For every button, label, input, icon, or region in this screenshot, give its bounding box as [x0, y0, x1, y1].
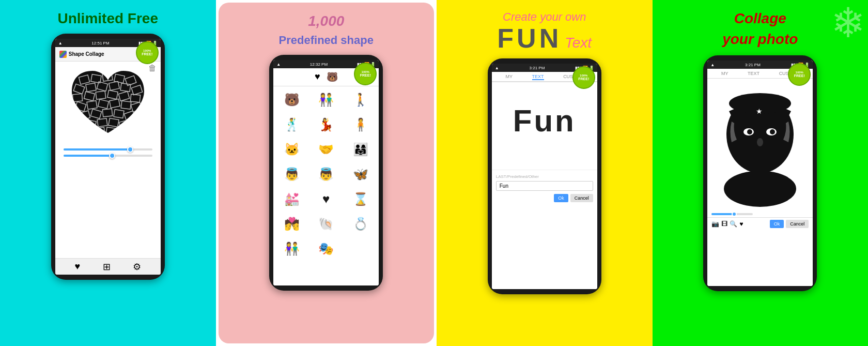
film-icon-4[interactable]: 🎞: [721, 220, 727, 228]
slider-container-4: [707, 211, 813, 217]
slider-1-fill: [64, 148, 130, 151]
panel-3-create-label: Create your own: [503, 10, 586, 24]
btn-row-3: Ok Cancel: [496, 194, 593, 202]
slider-1[interactable]: [64, 148, 152, 151]
free-badge-4: 100% FREE!: [788, 63, 811, 86]
panel-4-title: Collage: [722, 10, 798, 27]
svg-point-44: [770, 129, 775, 134]
free-badge-2: 100% FREE!: [354, 63, 377, 85]
che-silhouette-container: ★: [707, 79, 813, 211]
shape-angel1[interactable]: 👼: [275, 163, 308, 186]
shape-theater[interactable]: 🎭: [310, 237, 343, 260]
panel-unlimited-free: Unlimited Free 100% FREE! ▲ 12:51 PM ▮▮▮…: [0, 0, 216, 346]
phone-screen-2: ▲ 12:32 PM ▮▮▮ 📶 🔋 ♥ 🐻 🐻 👫 🚶 🕺 💃 🧍: [273, 60, 379, 285]
tab-heart-icon[interactable]: ♥: [315, 71, 320, 83]
panel-predefined: 1,000 Predefined shape 100% FREE! ▲ 12:3…: [219, 3, 435, 343]
phone-screen-4: ▲ 3:21 PM ▮▮▮ 📶 🔋 MY TEXT CUSTOM: [707, 61, 813, 286]
fun-display-text: Fun: [492, 82, 597, 149]
grid-tool-icon[interactable]: ⊞: [103, 261, 111, 273]
cancel-button-4[interactable]: Cancel: [786, 220, 809, 228]
slider-4-fill: [711, 213, 734, 215]
panel-2-subtitle: Predefined shape: [279, 34, 374, 47]
svg-text:★: ★: [756, 107, 763, 115]
panel-3-header: Create your own FUN Text: [497, 10, 592, 52]
shape-cat[interactable]: 🐱: [275, 138, 308, 161]
bottom-bar-1: ♥ ⊞ ⚙: [55, 258, 161, 275]
settings-icon[interactable]: ⚙: [133, 261, 141, 273]
heart-collage-svg: [67, 66, 149, 143]
tab-text-4[interactable]: TEXT: [748, 71, 760, 76]
shape-angel2[interactable]: 👼: [310, 163, 343, 186]
shape-ring[interactable]: 💍: [345, 213, 377, 235]
shape-fly[interactable]: 🦋: [345, 163, 377, 186]
text-input-area: LAST/Predefined/Other Fun Ok Cancel: [492, 170, 597, 206]
phone-screen-1: ▲ 12:51 PM ▮▮▮ 📶 🔋 Shape Collage 💾 ◁ 🗑: [55, 39, 161, 275]
camera-icon-4[interactable]: 📷: [711, 220, 719, 228]
btn-row-4: Ok Cancel: [770, 220, 809, 228]
shape-heart2[interactable]: ♥: [310, 188, 343, 210]
svg-point-38: [724, 171, 796, 207]
shape-person[interactable]: 🚶: [345, 88, 377, 111]
free-badge-3: 100% FREE!: [572, 66, 595, 89]
shape-figures[interactable]: 🕺: [275, 113, 308, 136]
svg-rect-29: [85, 119, 96, 128]
slider-2-fill: [64, 155, 113, 157]
panel-1-title: Unlimited Free: [58, 10, 158, 27]
shape-kiss[interactable]: 💏: [275, 213, 308, 235]
tab-my-4[interactable]: MY: [721, 71, 729, 76]
shape-dance[interactable]: 💃: [310, 113, 343, 136]
phone-content-3: MY TEXT CUSTOM Fun LAST/Predefined/Other…: [492, 72, 597, 289]
shape-couple2[interactable]: 👫: [275, 237, 308, 260]
shape-couple[interactable]: 👫: [310, 88, 343, 111]
decorative-snowflake: ❄: [831, 3, 865, 44]
input-label-3: LAST/Predefined/Other: [496, 174, 593, 179]
ok-button-3[interactable]: Ok: [554, 194, 568, 202]
phone-screen-3: ▲ 3:21 PM ▮▮▮ 📶 🔋 MY TEXT CUSTOM Fun LAS…: [492, 64, 597, 289]
toolbar-icons-4: 📷 🎞 🔍 ♥: [711, 220, 743, 228]
heart-tool-icon[interactable]: ♥: [74, 261, 80, 272]
panel-collage-photo: ❄ Collage your photo 100% FREE! ▲ 3:21 P…: [653, 0, 869, 346]
phone-content-2: ♥ 🐻 🐻 👫 🚶 🕺 💃 🧍 🐱 🤝 👨‍👩‍👧 👼 👼: [273, 68, 379, 285]
tab-my[interactable]: MY: [506, 74, 513, 79]
panel-4-subtitle: your photo: [722, 31, 798, 48]
phone-4: 100% FREE! ▲ 3:21 PM ▮▮▮ 📶 🔋 MY TEXT CUS…: [703, 55, 817, 291]
slider-row-1: [59, 148, 157, 157]
che-silhouette-svg: ★: [714, 83, 807, 207]
trash-icon[interactable]: 🗑: [148, 64, 157, 73]
panel-fun-text: Create your own FUN Text 100% FREE! ▲ 3:…: [437, 0, 653, 346]
tab-text[interactable]: TEXT: [532, 74, 544, 80]
shape-grid: 🐻 👫 🚶 🕺 💃 🧍 🐱 🤝 👨‍👩‍👧 👼 👼 🦋 💒 ♥ ⌛ �: [273, 86, 379, 262]
shape-wedding[interactable]: 💒: [275, 188, 308, 210]
phone-3: 100% FREE! ▲ 3:21 PM ▮▮▮ 📶 🔋 MY TEXT CUS…: [488, 58, 601, 294]
panel-2-title: 1,000: [308, 13, 344, 29]
free-badge-1: 100% FREE!: [136, 41, 159, 64]
text-field-3[interactable]: Fun: [496, 181, 593, 191]
app-name-1: Shape Collage: [69, 51, 104, 57]
svg-point-45: [757, 138, 763, 146]
shape-bear[interactable]: 🐻: [275, 88, 308, 111]
phone-content-4: MY TEXT CUSTOM: [707, 69, 813, 286]
slider-1-thumb[interactable]: [127, 146, 133, 153]
shape-walk[interactable]: 🧍: [345, 113, 377, 136]
app-icon-1: [59, 51, 67, 58]
shape-people[interactable]: 👨‍👩‍👧: [345, 138, 377, 161]
slider-2[interactable]: [64, 155, 152, 157]
slider-4[interactable]: [711, 213, 753, 215]
shape-shell[interactable]: 🐚: [310, 213, 343, 235]
svg-point-43: [747, 129, 752, 134]
slider-4-thumb[interactable]: [732, 212, 737, 217]
panel-3-fun-label: FUN: [497, 25, 562, 52]
zoom-icon-4[interactable]: 🔍: [730, 220, 737, 228]
slider-2-thumb[interactable]: [109, 153, 115, 159]
phone-content-1: 🗑: [55, 62, 161, 258]
toolbar-4: 📷 🎞 🔍 ♥ Ok Cancel: [707, 217, 813, 230]
phone-2: 100% FREE! ▲ 12:32 PM ▮▮▮ 📶 🔋 ♥ 🐻 🐻 👫 �: [269, 55, 383, 291]
ok-button-4[interactable]: Ok: [770, 220, 784, 228]
shape-hourglass[interactable]: ⌛: [345, 188, 377, 210]
shape-hold[interactable]: 🤝: [310, 138, 343, 161]
cancel-button-3[interactable]: Cancel: [570, 194, 593, 202]
phone-1: 100% FREE! ▲ 12:51 PM ▮▮▮ 📶 🔋 Shape Coll…: [51, 34, 165, 280]
heart-icon-4[interactable]: ♥: [739, 220, 743, 228]
tab-bear-icon[interactable]: 🐻: [327, 71, 338, 83]
panel-3-text-label: Text: [565, 35, 592, 51]
